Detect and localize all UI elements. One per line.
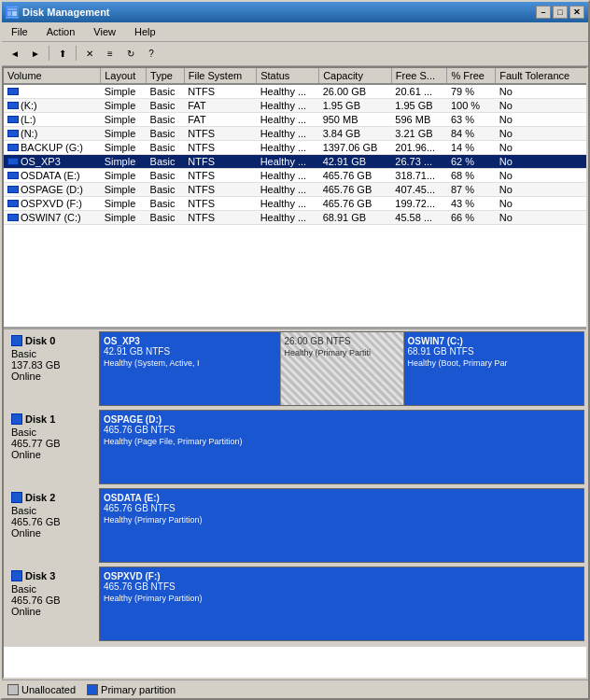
table-cell: 950 MB [319,112,392,126]
col-fault[interactable]: Fault Tolerance [496,68,586,84]
table-cell: FAT [184,98,256,112]
col-status[interactable]: Status [257,68,319,84]
table-cell: Simple [101,154,147,168]
title-bar: Disk Management – □ ✕ [2,2,588,22]
disk-row-0: Disk 0 Basic 137.83 GB Online OS_XP3 42.… [6,331,584,406]
table-cell: OSPAGE (D:) [4,182,101,196]
table-cell: Simple [101,98,147,112]
table-cell: 318.71... [391,168,447,182]
col-capacity[interactable]: Capacity [319,68,392,84]
table-cell: 1.95 GB [391,98,447,112]
disk-type: Basic [11,505,93,516]
disk-row-2: Disk 2 Basic 465.76 GB Online OSDATA (E:… [6,488,584,563]
partition-0-0[interactable]: OS_XP3 42.91 GB NTFS Healthy (System, Ac… [100,332,281,405]
refresh-button[interactable]: ↻ [121,44,140,63]
table-cell: 87 % [447,182,496,196]
delete-button[interactable]: ✕ [80,44,99,63]
properties-button[interactable]: ≡ [101,44,119,63]
partition-status: Healthy (Page File, Primary Partition) [104,437,580,446]
disk-info-2: Disk 2 Basic 465.76 GB Online [6,488,99,563]
table-row[interactable]: (K:)SimpleBasicFATHealthy ...1.95 GB1.95… [4,98,586,112]
partition-size: 68.91 GB NTFS [408,346,581,357]
main-window: Volume Layout Type File System Status Ca… [2,66,588,679]
table-cell: OSWIN7 (C:) [4,210,101,224]
partition-1-0[interactable]: OSPAGE (D:) 465.76 GB NTFS Healthy (Page… [100,411,583,483]
back-button[interactable]: ◄ [6,44,24,63]
table-row[interactable]: BACKUP (G:)SimpleBasicNTFSHealthy ...139… [4,140,586,154]
table-cell: No [496,126,586,140]
table-cell: 465.76 GB [319,196,392,210]
disk-size: 465.77 GB [11,438,93,449]
partition-0-1[interactable]: 26.00 GB NTFS Healthy (Primary Partiti [281,332,404,405]
table-cell: (N:) [4,126,101,140]
partition-status: Healthy (System, Active, I [104,358,276,368]
menu-help[interactable]: Help [129,24,162,39]
toolbar-separator-1 [49,46,49,61]
forward-button[interactable]: ► [26,44,45,63]
col-layout[interactable]: Layout [101,68,147,84]
disk-partitions-3: OSPXVD (F:) 465.76 GB NTFS Healthy (Prim… [99,567,584,641]
table-row[interactable]: SimpleBasicNTFSHealthy ...26.00 GB20.61 … [4,84,586,99]
table-cell: NTFS [184,196,256,210]
table-cell: NTFS [184,84,256,99]
table-cell: Basic [147,112,185,126]
table-cell: Healthy ... [257,98,319,112]
table-cell: Basic [147,140,185,154]
table-row[interactable]: OSPXVD (F:)SimpleBasicNTFSHealthy ...465… [4,196,586,210]
table-row[interactable]: OS_XP3SimpleBasicNTFSHealthy ...42.91 GB… [4,154,586,168]
col-pctfree[interactable]: % Free [447,68,496,84]
table-cell: Healthy ... [257,126,319,140]
partition-name: OSDATA (E:) [104,493,580,503]
table-cell: 84 % [447,126,496,140]
help-button[interactable]: ? [142,44,161,63]
partition-0-2[interactable]: OSWIN7 (C:) 68.91 GB NTFS Healthy (Boot,… [404,332,584,405]
partition-size: 465.76 GB NTFS [104,581,580,592]
maximize-button[interactable]: □ [553,6,568,19]
table-cell: 465.76 GB [319,168,392,182]
disk-info-1: Disk 1 Basic 465.77 GB Online [6,410,99,484]
menu-bar: File Action View Help [2,22,588,42]
table-cell: NTFS [184,168,256,182]
up-button[interactable]: ⬆ [53,44,72,63]
minimize-button[interactable]: – [536,6,551,19]
table-row[interactable]: OSPAGE (D:)SimpleBasicNTFSHealthy ...465… [4,182,586,196]
table-cell [4,84,101,99]
table-cell: Simple [101,168,147,182]
table-row[interactable]: (L:)SimpleBasicFATHealthy ...950 MB596 M… [4,112,586,126]
table-cell: (L:) [4,112,101,126]
menu-view[interactable]: View [88,24,121,39]
disk-status: Online [11,527,93,539]
disk-partitions-1: OSPAGE (D:) 465.76 GB NTFS Healthy (Page… [99,410,584,484]
table-cell: No [496,140,586,154]
partition-status: Healthy (Boot, Primary Par [408,358,581,368]
partition-3-0[interactable]: OSPXVD (F:) 465.76 GB NTFS Healthy (Prim… [100,567,583,640]
partition-size: 465.76 GB NTFS [104,503,580,513]
menu-file[interactable]: File [6,24,34,39]
legend-unallocated: Unallocated [7,684,76,695]
table-row[interactable]: OSDATA (E:)SimpleBasicNTFSHealthy ...465… [4,168,586,182]
menu-action[interactable]: Action [41,24,81,39]
col-volume[interactable]: Volume [4,68,101,84]
table-cell: Basic [147,126,185,140]
volume-table-area[interactable]: Volume Layout Type File System Status Ca… [4,68,586,329]
table-cell: Basic [147,98,185,112]
col-free[interactable]: Free S... [391,68,447,84]
partition-status: Healthy (Primary Partition) [104,515,580,525]
legend-primary-label: Primary partition [101,684,176,695]
table-cell: OSPXVD (F:) [4,196,101,210]
table-cell: Healthy ... [257,196,319,210]
svg-rect-2 [7,11,11,16]
table-cell: BACKUP (G:) [4,140,101,154]
col-filesystem[interactable]: File System [184,68,256,84]
table-cell: No [496,154,586,168]
partition-2-0[interactable]: OSDATA (E:) 465.76 GB NTFS Healthy (Prim… [100,489,583,562]
disk-scroll[interactable]: Disk 0 Basic 137.83 GB Online OS_XP3 42.… [4,329,586,678]
table-row[interactable]: (N:)SimpleBasicNTFSHealthy ...3.84 GB3.2… [4,126,586,140]
disk-status: Online [11,371,93,382]
partition-status: Healthy (Primary Partition) [104,594,580,603]
table-cell: 79 % [447,84,496,99]
close-button[interactable]: ✕ [569,6,584,19]
table-row[interactable]: OSWIN7 (C:)SimpleBasicNTFSHealthy ...68.… [4,210,586,224]
col-type[interactable]: Type [147,68,185,84]
table-cell: Healthy ... [257,182,319,196]
